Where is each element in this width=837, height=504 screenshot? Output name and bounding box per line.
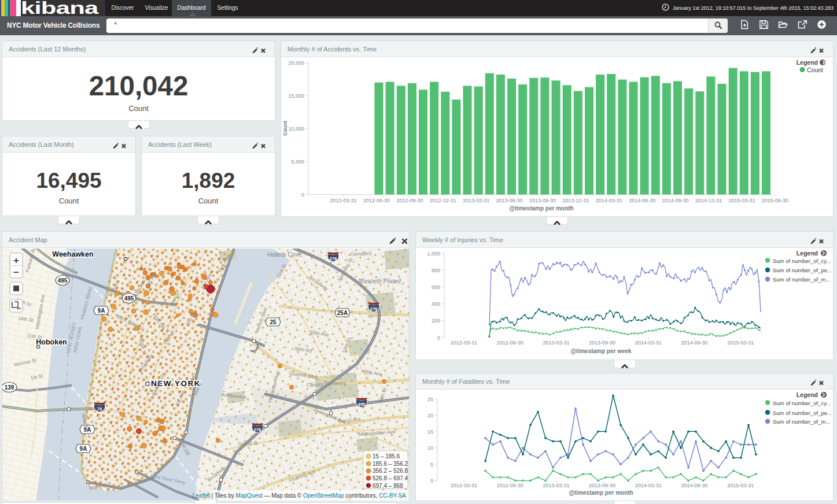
svg-text:15,000: 15,000 (288, 93, 304, 99)
svg-text:2012-12-31: 2012-12-31 (430, 198, 456, 203)
svg-text:2015-06-30: 2015-06-30 (762, 198, 788, 203)
svg-text:2013-12-31: 2013-12-31 (562, 198, 589, 203)
svg-text:2012-03-31: 2012-03-31 (330, 198, 357, 203)
svg-text:15 – 185.6: 15 – 185.6 (373, 453, 400, 459)
svg-text:495: 495 (58, 277, 68, 284)
svg-text:185.6 – 356.2: 185.6 – 356.2 (373, 461, 408, 467)
svg-text:2014-09-30: 2014-09-30 (681, 340, 707, 346)
svg-text:−: − (13, 267, 19, 278)
svg-text:@timestamp per month: @timestamp per month (509, 205, 573, 212)
svg-text:10,000: 10,000 (288, 126, 304, 132)
svg-text:78: 78 (97, 406, 102, 412)
svg-text:25: 25 (427, 396, 433, 402)
svg-text:Sum of number_of_cy...: Sum of number_of_cy... (773, 400, 831, 406)
svg-text:Sum of number_of_cy...: Sum of number_of_cy... (773, 258, 831, 264)
svg-text:526.8 – 697.4: 526.8 – 697.4 (373, 475, 408, 481)
svg-text:2013-03-31: 2013-03-31 (543, 483, 569, 488)
svg-text:@timestamp per month: @timestamp per month (569, 490, 633, 496)
svg-text:800: 800 (432, 268, 440, 273)
svg-text:@timestamp per week: @timestamp per week (570, 348, 632, 354)
svg-text:Maspeth Plated: Maspeth Plated (359, 277, 401, 284)
svg-text:Legend: Legend (797, 59, 818, 66)
svg-text:200: 200 (432, 318, 440, 324)
svg-text:2014-06-30: 2014-06-30 (629, 198, 655, 203)
svg-text:25A: 25A (337, 310, 348, 316)
svg-text:2014-09-30: 2014-09-30 (681, 483, 707, 488)
svg-text:495: 495 (124, 295, 134, 302)
svg-text:2012-09-30: 2012-09-30 (396, 198, 423, 203)
svg-text:Legend: Legend (797, 250, 818, 257)
svg-text:139: 139 (5, 384, 14, 391)
svg-text:2013-09-30: 2013-09-30 (589, 340, 615, 346)
svg-text:2014-09-30: 2014-09-30 (662, 198, 689, 203)
svg-text:600: 600 (432, 284, 440, 290)
svg-text:2014-12-31: 2014-12-31 (695, 198, 722, 203)
svg-text:2013-03-31: 2013-03-31 (543, 340, 569, 346)
svg-text:0: 0 (430, 478, 433, 484)
svg-text:495: 495 (358, 402, 366, 407)
svg-text:5: 5 (430, 462, 433, 468)
svg-text:Legend: Legend (797, 391, 818, 398)
svg-text:9A: 9A (98, 307, 105, 314)
svg-text:278: 278 (254, 427, 261, 432)
svg-text:2014-03-31: 2014-03-31 (635, 340, 662, 346)
svg-text:278: 278 (330, 256, 337, 261)
svg-text:Sum of number_of_m...: Sum of number_of_m... (773, 276, 830, 283)
svg-text:2012-06-30: 2012-06-30 (363, 198, 390, 203)
svg-text:2012-03-31: 2012-03-31 (451, 340, 477, 346)
svg-text:20: 20 (427, 413, 433, 418)
svg-text:2015-03-31: 2015-03-31 (727, 483, 754, 488)
svg-text:2012-09-30: 2012-09-30 (497, 483, 523, 488)
svg-text:15: 15 (427, 429, 433, 435)
svg-text:Hallets Cove: Hallets Cove (267, 251, 302, 258)
svg-text:356.2 – 526.8: 356.2 – 526.8 (373, 468, 408, 474)
svg-text:0: 0 (301, 192, 304, 198)
svg-text:0: 0 (437, 335, 440, 341)
svg-text:697.4 – 868: 697.4 – 868 (373, 483, 403, 489)
svg-text:Sum of number_of_pe...: Sum of number_of_pe... (773, 410, 832, 416)
svg-text:9A: 9A (80, 446, 87, 452)
svg-text:2013-06-30: 2013-06-30 (496, 198, 523, 203)
svg-text:2015-03-31: 2015-03-31 (728, 198, 755, 203)
svg-text:2014-03-31: 2014-03-31 (635, 483, 662, 488)
svg-text:278: 278 (370, 306, 378, 312)
svg-text:10: 10 (427, 445, 433, 451)
svg-text:2012-09-30: 2012-09-30 (497, 340, 523, 346)
svg-text:2014-03-31: 2014-03-31 (596, 198, 622, 203)
svg-text:Count: Count (807, 66, 823, 73)
svg-text:20,000: 20,000 (288, 60, 304, 66)
svg-text:1,000: 1,000 (427, 251, 440, 257)
svg-text:25: 25 (270, 319, 276, 325)
svg-text:Weehawken: Weehawken (52, 250, 93, 258)
svg-text:2013-03-31: 2013-03-31 (463, 198, 489, 203)
svg-text:2013-09-30: 2013-09-30 (529, 198, 556, 203)
svg-text:Sum of number_of_m...: Sum of number_of_m... (773, 418, 830, 425)
svg-text:5,000: 5,000 (291, 159, 304, 165)
svg-text:+: + (13, 255, 19, 266)
svg-text:Count: Count (282, 121, 288, 136)
svg-text:400: 400 (432, 301, 440, 307)
svg-text:2013-09-30: 2013-09-30 (589, 483, 615, 488)
svg-text:2015-03-31: 2015-03-31 (727, 340, 754, 346)
svg-text:2012-03-31: 2012-03-31 (451, 483, 477, 488)
svg-text:Leaflet | Tiles by MapQuest —: Leaflet | Tiles by MapQuest — Map data ©… (193, 492, 407, 499)
svg-text:Sum of number_of_pe...: Sum of number_of_pe... (773, 267, 832, 273)
